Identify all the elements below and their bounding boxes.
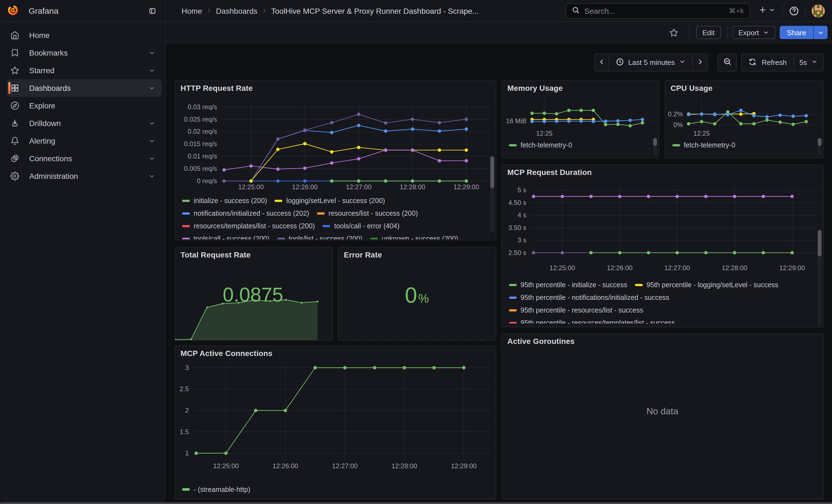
time-forward-button[interactable] xyxy=(693,53,708,72)
chevron-left-icon xyxy=(598,58,605,67)
sidebar-item-connections[interactable]: Connections xyxy=(7,150,162,167)
panel-title[interactable]: Error Rate xyxy=(344,250,382,259)
legend-item[interactable]: 95th percentile - logging/setLevel - suc… xyxy=(635,281,778,289)
grafana-logo[interactable] xyxy=(7,4,19,18)
sidebar-item-administration[interactable]: Administration xyxy=(7,167,162,185)
chevron-down-icon[interactable] xyxy=(146,82,157,94)
legend-scrollbar[interactable] xyxy=(817,230,821,325)
divider xyxy=(727,26,728,39)
refresh-label: Refresh xyxy=(761,58,787,67)
legend-item[interactable]: unknown - success (200) xyxy=(370,235,458,239)
edit-button[interactable]: Edit xyxy=(696,26,721,39)
sidebar-item-bookmarks[interactable]: Bookmarks xyxy=(7,44,162,62)
svg-text:12:25: 12:25 xyxy=(536,129,553,137)
sidebar-item-home[interactable]: Home xyxy=(7,26,162,44)
sidebar-item-button[interactable]: Connections xyxy=(7,150,162,167)
legend-scrollbar[interactable] xyxy=(490,156,494,231)
sidebar-item-button[interactable]: Administration xyxy=(7,167,162,185)
share-button[interactable]: Share xyxy=(780,26,813,39)
sidebar-item-button[interactable]: Home xyxy=(7,26,162,44)
panel-title[interactable]: MCP Active Connections xyxy=(181,349,272,357)
sidebar-item-button[interactable]: Alerting xyxy=(7,132,162,150)
legend-scrollbar[interactable] xyxy=(817,138,821,155)
panel-title[interactable]: CPU Usage xyxy=(671,83,712,92)
zoom-out-icon xyxy=(723,57,732,68)
legend-item[interactable]: logging/setLevel - success (200) xyxy=(275,197,385,205)
legend-item[interactable]: 95th percentile - notifications/initiali… xyxy=(509,294,669,301)
share-dropdown-button[interactable] xyxy=(813,26,828,39)
refresh-button[interactable]: Refresh xyxy=(741,53,794,72)
svg-text:12:28:00: 12:28:00 xyxy=(722,264,747,271)
svg-text:0.01 req/s: 0.01 req/s xyxy=(188,152,217,160)
sidebar-item-explore[interactable]: Explore xyxy=(7,97,162,114)
panel-title[interactable]: Memory Usage xyxy=(508,83,563,92)
chevron-down-icon[interactable] xyxy=(146,47,157,58)
sidebar-item-button[interactable]: Drilldown xyxy=(7,114,162,132)
plus-icon xyxy=(759,6,766,16)
sidebar-item-starred[interactable]: Starred xyxy=(7,62,162,79)
sidebar-item-drilldown[interactable]: Drilldown xyxy=(7,114,162,132)
undock-menu-button[interactable] xyxy=(145,4,160,18)
sidebar-item-label: Connections xyxy=(29,154,72,163)
drilldown-icon xyxy=(10,119,19,128)
breadcrumb-item[interactable]: Home xyxy=(182,6,202,15)
chart-legend: initialize - success (200)logging/setLev… xyxy=(182,194,490,239)
svg-text:12:29:00: 12:29:00 xyxy=(779,264,805,271)
legend-item[interactable]: fetch-telemetry-0 xyxy=(509,141,572,149)
chevron-down-icon[interactable] xyxy=(146,65,157,76)
sidebar-item-dashboards[interactable]: Dashboards xyxy=(7,79,162,97)
chevron-down-icon[interactable] xyxy=(146,153,157,164)
time-range-label: Last 5 minutes xyxy=(628,58,675,67)
avatar[interactable] xyxy=(812,4,825,17)
plug-icon xyxy=(10,154,19,163)
refresh-interval-picker[interactable]: 5s xyxy=(794,53,824,72)
legend-item[interactable]: resources/templates/list - success (200) xyxy=(182,222,315,230)
legend-item[interactable]: fetch-telemetry-0 xyxy=(672,141,735,149)
divider xyxy=(689,26,690,39)
legend-item[interactable]: tools/call - success (200) xyxy=(182,235,269,239)
svg-text:12:25:00: 12:25:00 xyxy=(213,462,239,470)
legend-item[interactable]: tools/list - success (200) xyxy=(277,235,362,239)
panel-title[interactable]: Active Goroutines xyxy=(508,337,575,345)
search-box[interactable]: ⌘+k xyxy=(566,3,750,19)
time-back-button[interactable] xyxy=(594,53,609,72)
stat-number: 0 xyxy=(405,283,417,307)
breadcrumb-item[interactable]: Dashboards xyxy=(216,6,258,15)
chevron-down-icon[interactable] xyxy=(146,118,157,129)
legend-scrollbar[interactable] xyxy=(653,138,657,155)
zoom-out-button[interactable] xyxy=(718,53,737,72)
export-button[interactable]: Export xyxy=(732,26,775,39)
legend-label: 95th percentile - resources/templates/li… xyxy=(521,319,675,323)
refresh-group: Refresh 5s xyxy=(741,53,824,72)
time-range-picker[interactable]: Last 5 minutes xyxy=(609,53,693,72)
panel-active-goroutines: Active Goroutines No data xyxy=(501,333,824,500)
sidebar-item-button[interactable]: Starred xyxy=(7,62,162,79)
legend-label: notifications/initialized - success (202… xyxy=(194,210,309,217)
chevron-down-icon[interactable] xyxy=(146,170,157,182)
legend-item[interactable]: tools/call - error (404) xyxy=(322,222,399,230)
legend-item[interactable]: resources/list - success (200) xyxy=(317,210,418,217)
sidebar-item-button[interactable]: Bookmarks xyxy=(7,44,162,62)
sidebar-item-alerting[interactable]: Alerting xyxy=(7,132,162,150)
panel-title[interactable]: MCP Request Duration xyxy=(508,168,592,177)
legend-item[interactable]: notifications/initialized - success (202… xyxy=(182,210,309,217)
panel-title[interactable]: HTTP Request Rate xyxy=(181,83,253,92)
panel-title[interactable]: Total Request Rate xyxy=(181,250,251,259)
legend-row: initialize - success (200)logging/setLev… xyxy=(182,194,490,207)
svg-text:12:27:00: 12:27:00 xyxy=(346,183,371,190)
legend-item[interactable]: initialize - success (200) xyxy=(182,197,267,205)
help-button[interactable] xyxy=(789,3,799,19)
search-input[interactable] xyxy=(584,6,729,15)
chevron-down-icon[interactable] xyxy=(146,135,157,147)
legend-label: 95th percentile - logging/setLevel - suc… xyxy=(647,281,778,289)
legend-item[interactable]: 95th percentile - resources/list - succe… xyxy=(509,307,643,314)
legend-item[interactable]: 95th percentile - resources/templates/li… xyxy=(509,319,675,323)
legend-item[interactable]: - (streamable-http) xyxy=(182,485,250,493)
sidebar-item-button[interactable]: Explore xyxy=(7,97,162,114)
svg-text:4.50 s: 4.50 s xyxy=(509,199,526,207)
star-dashboard-button[interactable] xyxy=(666,25,681,40)
sidebar-item-button[interactable]: Dashboards xyxy=(7,79,162,97)
legend-row: tools/call - success (200)tools/list - s… xyxy=(182,233,490,239)
new-menu-button[interactable] xyxy=(758,6,776,16)
legend-item[interactable]: 95th percentile - initialize - success xyxy=(509,281,627,289)
